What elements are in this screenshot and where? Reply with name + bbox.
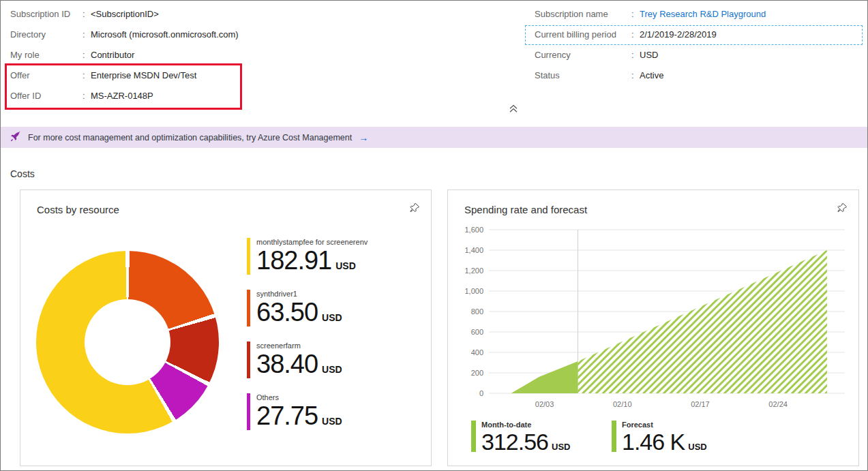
legend-swatch <box>247 393 250 430</box>
subscription-id-value: <SubscriptionID> <box>91 9 310 19</box>
svg-text:400: 400 <box>471 348 483 356</box>
subscription-name-link[interactable]: Trey Research R&D Playground <box>640 9 859 19</box>
detail-label: My role <box>10 50 83 60</box>
costs-by-resource-card: Costs by resource monthlystampfee for sc… <box>20 189 432 466</box>
costs-donut-chart[interactable] <box>36 251 219 434</box>
svg-text:1,600: 1,600 <box>464 226 483 234</box>
offer-row: Offer : Enterprise MSDN Dev/Test <box>10 65 310 85</box>
stat-marker <box>471 421 476 452</box>
svg-text:02/17: 02/17 <box>691 400 710 408</box>
detail-colon: : <box>631 9 640 19</box>
svg-text:02/24: 02/24 <box>768 400 788 408</box>
legend-value: 182.91 <box>256 247 331 275</box>
legend-swatch <box>247 341 250 378</box>
banner-text: For more cost management and optimizatio… <box>28 133 352 142</box>
legend-value: 63.50 <box>256 299 318 326</box>
my-role-row: My role : Contributor <box>10 44 310 65</box>
legend-item[interactable]: screenerfarm 38.40 USD <box>247 341 368 378</box>
detail-colon: : <box>83 29 91 40</box>
legend-swatch <box>247 290 250 326</box>
detail-colon: : <box>83 9 91 19</box>
status-value: Active <box>640 70 859 80</box>
banner-arrow-icon: → <box>359 132 368 143</box>
billing-period-row: Current billing period : 2/1/2019-2/28/2… <box>535 24 859 44</box>
month-to-date-stat: Month-to-date 312.56 USD <box>471 421 570 454</box>
detail-colon: : <box>631 70 640 80</box>
svg-text:600: 600 <box>471 328 483 336</box>
legend-unit: USD <box>322 416 342 427</box>
subscription-name-row: Subscription name : Trey Research R&D Pl… <box>535 3 859 24</box>
essentials-left-column: Subscription ID : <SubscriptionID> Direc… <box>10 3 310 106</box>
detail-colon: : <box>83 70 91 80</box>
rocket-icon <box>10 131 21 145</box>
currency-row: Currency : USD <box>535 44 859 65</box>
svg-text:02/03: 02/03 <box>535 400 554 408</box>
currency-value: USD <box>640 50 859 60</box>
pin-button[interactable] <box>406 200 423 218</box>
double-chevron-up-icon <box>509 105 518 115</box>
subscription-id-row: Subscription ID : <SubscriptionID> <box>10 3 310 24</box>
legend-item[interactable]: Others 27.75 USD <box>247 393 368 430</box>
detail-label: Subscription ID <box>10 9 83 19</box>
detail-label: Currency <box>535 50 631 60</box>
stat-value: 1.46 K <box>622 429 685 454</box>
collapse-essentials-button[interactable] <box>506 104 521 115</box>
offer-id-value: MS-AZR-0148P <box>91 91 310 101</box>
legend-unit: USD <box>322 312 342 323</box>
card-title: Spending rate and forecast <box>464 204 587 215</box>
legend-item[interactable]: synthdriver1 63.50 USD <box>247 290 368 326</box>
spending-chart[interactable]: 02004006008001,0001,2001,4001,60002/0302… <box>455 223 853 412</box>
legend-item[interactable]: monthlystampfee for screenerenv 182.91 U… <box>247 238 368 275</box>
subscription-overview-page: Subscription ID : <SubscriptionID> Direc… <box>0 0 868 471</box>
billing-period-value: 2/1/2019-2/28/2019 <box>640 29 859 40</box>
pin-button[interactable] <box>834 200 850 218</box>
svg-text:02/10: 02/10 <box>613 400 632 408</box>
stat-unit: USD <box>552 442 570 452</box>
legend-value: 38.40 <box>256 350 318 378</box>
svg-text:800: 800 <box>471 307 483 316</box>
directory-row: Directory : Microsoft (microsoft.onmicro… <box>10 24 310 44</box>
offer-id-row: Offer ID : MS-AZR-0148P <box>10 85 310 106</box>
detail-label: Directory <box>10 29 83 40</box>
svg-text:1,200: 1,200 <box>464 267 483 275</box>
detail-colon: : <box>631 29 640 40</box>
legend-unit: USD <box>335 260 356 271</box>
stat-marker <box>612 421 616 452</box>
costs-section-title: Costs <box>10 168 35 179</box>
detail-colon: : <box>83 91 91 101</box>
svg-text:1,000: 1,000 <box>464 287 483 295</box>
svg-text:1,400: 1,400 <box>464 246 483 254</box>
detail-colon: : <box>631 50 640 60</box>
legend-swatch <box>247 238 250 275</box>
detail-label: Current billing period <box>535 29 631 40</box>
card-title: Costs by resource <box>37 204 119 215</box>
svg-text:0: 0 <box>479 389 483 397</box>
stat-unit: USD <box>688 442 706 452</box>
costs-legend: monthlystampfee for screenerenv 182.91 U… <box>247 238 368 445</box>
directory-value: Microsoft (microsoft.onmicrosoft.com) <box>91 29 310 40</box>
detail-label: Status <box>535 70 631 80</box>
essentials-right-column: Subscription name : Trey Research R&D Pl… <box>535 3 859 85</box>
detail-label: Subscription name <box>535 9 631 19</box>
offer-value: Enterprise MSDN Dev/Test <box>91 70 310 80</box>
stat-value: 312.56 <box>481 429 548 454</box>
detail-label: Offer ID <box>10 91 83 101</box>
detail-colon: : <box>83 50 91 60</box>
cost-management-banner[interactable]: For more cost management and optimizatio… <box>1 127 867 148</box>
legend-value: 27.75 <box>256 402 318 430</box>
forecast-stat: Forecast 1.46 K USD <box>612 421 707 454</box>
status-row: Status : Active <box>535 65 859 85</box>
pin-icon <box>837 205 848 215</box>
svg-text:200: 200 <box>471 369 483 377</box>
detail-label: Offer <box>10 70 83 80</box>
my-role-value: Contributor <box>91 50 310 60</box>
spending-forecast-card: Spending rate and forecast 0200400600800… <box>447 189 859 466</box>
pin-icon <box>409 205 420 215</box>
legend-unit: USD <box>322 364 342 375</box>
